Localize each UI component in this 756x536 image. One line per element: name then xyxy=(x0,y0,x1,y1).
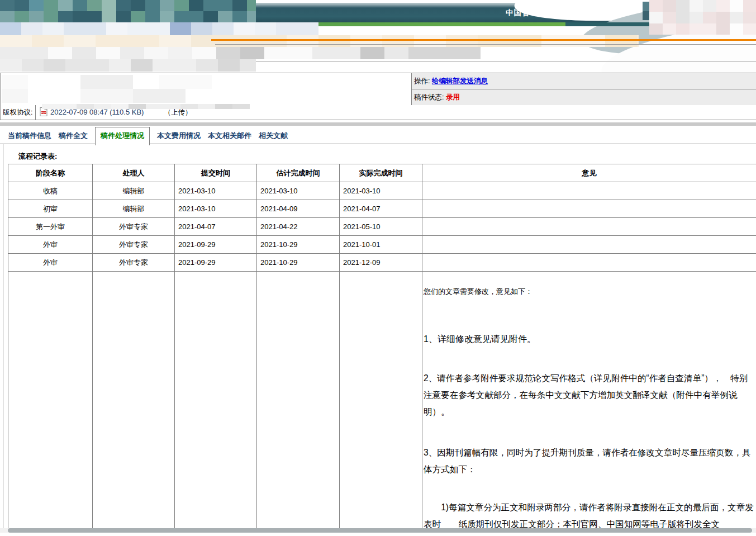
svg-text:PDF: PDF xyxy=(41,111,46,114)
cell-actual-complete: 2021-05-10 xyxy=(340,218,422,236)
censored-region-gray-row xyxy=(0,59,256,72)
censored-region-cream-band xyxy=(0,35,639,47)
accent-gray-rule xyxy=(215,44,756,45)
copyright-file-link[interactable]: 2022-07-09 08:47 (110.5 KB) xyxy=(50,108,144,116)
cell-opinion xyxy=(422,182,756,200)
flow-record-table: 阶段名称 处理人 提交时间 估计完成时间 实际完成时间 意见 收稿 编辑部 20… xyxy=(8,164,756,536)
manuscript-info-box: 操作: 给编辑部发送消息 稿件状态: 录用 xyxy=(0,73,756,106)
tab-bar: 当前稿件信息 稿件全文 稿件处理情况 本文费用情况 本文相关邮件 相关文献 xyxy=(0,127,756,144)
action-label: 操作: xyxy=(414,77,430,85)
cell-stage: 第一外审 xyxy=(8,218,93,236)
cell-stage: 初审 xyxy=(8,200,93,218)
table-row: 外审 外审专家 2021-09-29 2021-10-29 2021-10-01 xyxy=(8,236,756,254)
tab-related-literature[interactable]: 相关文献 xyxy=(259,131,288,141)
cell-est-complete: 2021-04-09 xyxy=(257,200,340,218)
col-header-stage: 阶段名称 xyxy=(8,164,93,182)
flow-record-table-wrap: 阶段名称 处理人 提交时间 估计完成时间 实际完成时间 意见 收稿 编辑部 20… xyxy=(8,164,756,536)
cell-stage: 收稿 xyxy=(8,182,93,200)
cell-actual-empty xyxy=(340,272,422,536)
cell-est-complete: 2021-04-22 xyxy=(257,218,340,236)
manuscript-system-page: 中国管理科学--作者 操作: 给编辑部发送消息 稿件状态: 录用 版权协议:PD… xyxy=(0,0,756,536)
header-teal-strip xyxy=(565,22,656,26)
censored-region-top-right xyxy=(649,0,756,35)
cell-submit-time: 2021-09-29 xyxy=(175,254,257,272)
table-row: 第一外审 外审专家 2021-04-07 2021-04-22 2021-05-… xyxy=(8,218,756,236)
section-divider-band xyxy=(0,122,756,126)
horizontal-scrollbar-thumb[interactable] xyxy=(8,528,752,533)
opinion-item-1: 1、详细修改意见请见附件。 xyxy=(424,334,755,345)
cell-handler: 外审专家 xyxy=(93,218,175,236)
table-row: 初审 编辑部 2021-03-10 2021-04-09 2021-04-07 xyxy=(8,200,756,218)
cell-stage-empty xyxy=(8,272,93,536)
tab-fees[interactable]: 本文费用情况 xyxy=(157,131,201,141)
section-title: 流程记录表: xyxy=(18,151,57,162)
cell-opinion xyxy=(422,236,756,254)
opinion-intro: 您们的文章需要修改，意见如下： xyxy=(424,287,755,297)
cell-submit-time: 2021-04-07 xyxy=(175,218,257,236)
cell-handler: 外审专家 xyxy=(93,236,175,254)
cell-est-empty xyxy=(257,272,340,536)
opinion-text-cell: 您们的文章需要修改，意见如下： 1、详细修改意见请见附件。 2、请作者参考附件要… xyxy=(422,272,756,536)
col-header-submit-time: 提交时间 xyxy=(175,164,257,182)
cell-submit-empty xyxy=(175,272,257,536)
cell-handler: 外审专家 xyxy=(93,254,175,272)
upload-link[interactable]: （上传） xyxy=(164,108,192,116)
tab-processing-status[interactable]: 稿件处理情况 xyxy=(95,127,150,145)
cell-actual-complete: 2021-04-07 xyxy=(340,200,422,218)
cell-stage: 外审 xyxy=(8,236,93,254)
tab-current-manuscript-info[interactable]: 当前稿件信息 xyxy=(8,131,51,141)
bottom-margin xyxy=(0,533,756,536)
opinion-item-2: 2、请作者参考附件要求规范论文写作格式（详见附件中的“作者自查清单”）， 特别注… xyxy=(424,370,755,420)
table-row: 收稿 编辑部 2021-03-10 2021-03-10 2021-03-10 xyxy=(8,182,756,200)
col-header-actual-complete: 实际完成时间 xyxy=(340,164,422,182)
cell-submit-time: 2021-03-10 xyxy=(175,200,257,218)
cell-submit-time: 2021-09-29 xyxy=(175,236,257,254)
censored-region-blue-row xyxy=(0,22,318,35)
copyright-label: 版权协议: xyxy=(1,105,36,120)
table-row: 外审 外审专家 2021-09-29 2021-10-29 2021-12-09 xyxy=(8,254,756,272)
col-header-handler: 处理人 xyxy=(93,164,175,182)
col-header-est-complete: 估计完成时间 xyxy=(257,164,340,182)
cell-stage: 外审 xyxy=(8,254,93,272)
cell-handler: 编辑部 xyxy=(93,200,175,218)
action-row: 操作: 给编辑部发送消息 xyxy=(412,73,756,89)
cell-handler: 编辑部 xyxy=(93,182,175,200)
cell-actual-complete: 2021-12-09 xyxy=(340,254,422,272)
opinion-item-4: 1)每篇文章分为正文和附录两部分，请作者将附录直接附在正文的最后面，文章发表时 … xyxy=(424,499,755,533)
page-title: 中国管理科学--作者 xyxy=(506,8,640,18)
censored-region-top-left xyxy=(0,0,256,22)
col-header-opinion: 意见 xyxy=(422,164,756,182)
censored-region-pale-row xyxy=(0,47,481,59)
accent-orange-rule xyxy=(211,39,756,41)
censored-region-thin-row xyxy=(42,104,250,109)
tab-related-emails[interactable]: 本文相关邮件 xyxy=(208,131,251,141)
opinion-row: 您们的文章需要修改，意见如下： 1、详细修改意见请见附件。 2、请作者参考附件要… xyxy=(8,272,756,536)
status-label: 稿件状态: xyxy=(414,93,444,101)
cell-est-complete: 2021-10-29 xyxy=(257,254,340,272)
cell-opinion xyxy=(422,218,756,236)
table-header-row: 阶段名称 处理人 提交时间 估计完成时间 实际完成时间 意见 xyxy=(8,164,756,182)
cell-actual-complete: 2021-03-10 xyxy=(340,182,422,200)
cell-submit-time: 2021-03-10 xyxy=(175,182,257,200)
cell-est-complete: 2021-03-10 xyxy=(257,182,340,200)
divider-hairline xyxy=(240,61,756,62)
cell-actual-complete: 2021-10-01 xyxy=(340,236,422,254)
status-row: 稿件状态: 录用 xyxy=(412,89,756,105)
send-message-link[interactable]: 给编辑部发送消息 xyxy=(432,77,488,85)
panel-left-border xyxy=(3,144,3,532)
censored-region-info-cell xyxy=(2,75,212,103)
manuscript-info-left-cell xyxy=(1,73,412,105)
cell-opinion xyxy=(422,254,756,272)
status-badge: 录用 xyxy=(446,93,460,101)
cell-handler-empty xyxy=(93,272,175,536)
tab-full-text[interactable]: 稿件全文 xyxy=(59,131,88,141)
opinion-item-3: 3、因期刊篇幅有限，同时为了提升期刊质量，请作者在修改文章时尽量压缩页数，具体方… xyxy=(424,444,755,478)
cell-opinion xyxy=(422,200,756,218)
cell-est-complete: 2021-10-29 xyxy=(257,236,340,254)
